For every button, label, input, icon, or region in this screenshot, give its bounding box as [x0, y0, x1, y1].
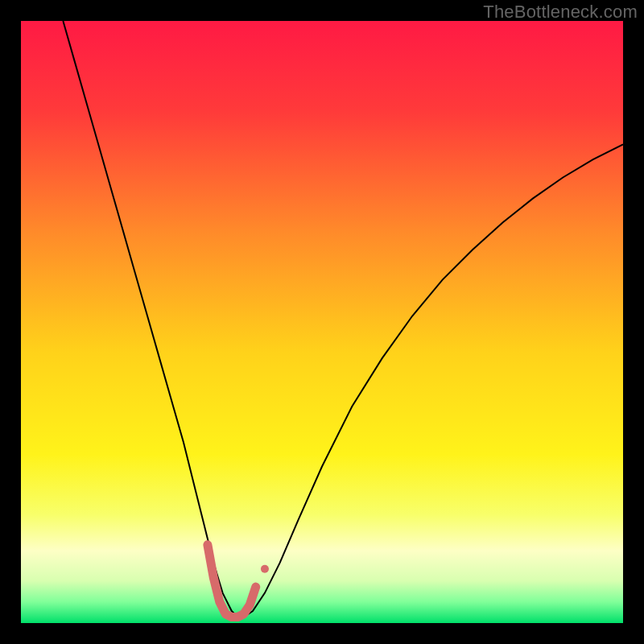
watermark-label: TheBottleneck.com: [483, 2, 638, 23]
points-layer: [261, 565, 269, 573]
chart-frame: TheBottleneck.com: [0, 0, 644, 644]
chart-svg: [21, 21, 623, 623]
marker-dot: [261, 565, 269, 573]
chart-background: [21, 21, 623, 623]
plot-area: [21, 21, 623, 623]
